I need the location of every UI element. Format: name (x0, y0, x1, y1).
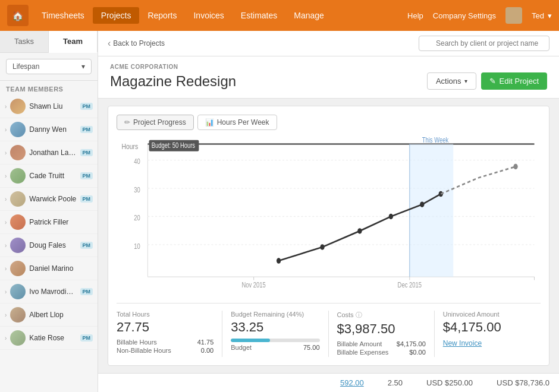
project-search-input[interactable] (419, 36, 549, 51)
bottom-link-value[interactable]: 592.00 (340, 378, 364, 387)
stat-costs: Costs ⓘ $3,987.50 Billable Amount $4,175… (329, 311, 435, 357)
costs-label: Costs ⓘ (337, 311, 426, 320)
breadcrumb-bar: Back to Projects (98, 31, 559, 56)
nav-avatar (505, 7, 522, 24)
avatar (10, 191, 26, 207)
billable-amount-detail: Billable Amount $4,175.00 (337, 340, 426, 347)
member-name: Patrick Filler (29, 218, 93, 226)
list-item[interactable]: ›Shawn LiuPM (0, 95, 98, 118)
list-item[interactable]: ›Danny WenPM (0, 118, 98, 141)
nav-timesheets[interactable]: Timesheets (33, 7, 93, 24)
tab-tasks[interactable]: Tasks (0, 31, 49, 52)
new-invoice-link[interactable]: New Invoice (443, 339, 482, 347)
pm-badge: PM (80, 172, 93, 179)
chart-tab-hours[interactable]: 📊 Hours Per Week (197, 115, 277, 130)
member-name: Doug Fales (29, 241, 76, 249)
member-name: Shawn Liu (29, 102, 76, 110)
svg-point-25 (389, 214, 393, 219)
member-name: Daniel Marino (29, 264, 93, 273)
svg-rect-14 (410, 144, 453, 277)
svg-point-26 (420, 201, 424, 207)
member-name: Danny Wen (29, 125, 76, 134)
chevron-right-icon: › (5, 335, 7, 342)
pencil-icon: ✏ (124, 118, 130, 127)
avatar (10, 99, 26, 114)
list-item[interactable]: ›Patrick Filler (0, 211, 98, 234)
pm-badge: PM (80, 195, 93, 203)
pm-badge: PM (80, 149, 93, 156)
svg-text:40: 40 (134, 157, 140, 165)
non-billable-hours-detail: Non-Billable Hours 0.00 (117, 347, 213, 354)
sidebar: Tasks Team Lifespan Team Members ›Shawn … (0, 31, 98, 392)
budget-remaining-label: Budget Remaining (44%) (231, 311, 319, 318)
svg-point-22 (277, 258, 281, 263)
nav-manage[interactable]: Manage (285, 7, 332, 24)
chevron-right-icon: › (5, 173, 7, 179)
stat-budget-remaining: Budget Remaining (44%) 33.25 Budget 75.0… (222, 311, 328, 357)
chart-section: ✏ Project Progress 📊 Hours Per Week Hour… (108, 106, 549, 366)
pm-badge: PM (80, 126, 93, 133)
list-item[interactable]: ›Cade TruittPM (0, 165, 98, 188)
list-item[interactable]: ›Daniel Marino (0, 257, 98, 280)
uninvoiced-value: $4,175.00 (443, 320, 532, 335)
costs-info-icon[interactable]: ⓘ (356, 311, 362, 318)
svg-text:Nov 2015: Nov 2015 (241, 281, 265, 289)
avatar (10, 214, 26, 230)
budget-progress-bar (231, 339, 319, 342)
team-members-header: Team Members (0, 81, 98, 95)
chevron-right-icon: › (5, 196, 7, 203)
chevron-right-icon: › (5, 127, 7, 133)
project-header: ACME CORPORATION Magazine Redesign Actio… (98, 56, 559, 99)
avatar (10, 145, 26, 160)
nav-reports[interactable]: Reports (139, 7, 185, 24)
avatar (10, 261, 26, 276)
nav-help[interactable]: Help (407, 11, 423, 20)
pm-badge: PM (80, 334, 93, 342)
main-content: Back to Projects ACME CORPORATION Magazi… (98, 31, 559, 392)
list-item[interactable]: ›Albert Llop (0, 304, 98, 327)
chevron-right-icon: › (5, 219, 7, 226)
nav-projects[interactable]: Projects (93, 7, 140, 24)
member-name: Warwick Poole (29, 195, 76, 203)
actions-button[interactable]: Actions (427, 72, 476, 90)
filter-button[interactable]: Lifespan (6, 59, 92, 74)
list-item[interactable]: ›Warwick PoolePM (0, 188, 98, 211)
budget-remaining-value: 33.25 (231, 320, 319, 335)
svg-text:30: 30 (134, 186, 140, 194)
nav-invoices[interactable]: Invoices (185, 7, 232, 24)
svg-point-24 (357, 228, 362, 233)
member-name: Ivo Mavrodinov (29, 287, 76, 296)
chevron-right-icon: › (5, 265, 7, 272)
chevron-right-icon: › (5, 103, 7, 110)
nav-estimates[interactable]: Estimates (233, 7, 285, 24)
back-to-projects-link[interactable]: Back to Projects (108, 38, 165, 49)
avatar (10, 307, 26, 323)
svg-text:20: 20 (134, 214, 140, 222)
list-item[interactable]: ›Doug FalesPM (0, 234, 98, 257)
member-name: Albert Llop (29, 311, 93, 319)
chart-area: Hours 10 20 30 40 (117, 136, 541, 297)
chevron-right-icon: › (5, 242, 7, 249)
member-name: Katie Rose (29, 334, 76, 342)
svg-text:Hours: Hours (121, 141, 138, 151)
nav-user-menu[interactable]: Ted ▾ (532, 11, 552, 20)
svg-text:This Week: This Week (422, 136, 449, 144)
avatar (10, 330, 26, 346)
list-item[interactable]: ›Katie RosePM (0, 327, 98, 350)
list-item[interactable]: ›Jonathan LanePM (0, 141, 98, 165)
billable-hours-detail: Billable Hours 41.75 (117, 339, 213, 346)
home-button[interactable]: 🏠 (7, 5, 29, 26)
uninvoiced-label: Uninvoiced Amount (443, 311, 532, 318)
stat-uninvoiced: Uninvoiced Amount $4,175.00 New Invoice (435, 311, 541, 357)
avatar (10, 284, 26, 299)
project-actions: Actions Edit Project (427, 72, 547, 90)
chart-tab-progress[interactable]: ✏ Project Progress (117, 115, 194, 130)
edit-project-button[interactable]: Edit Project (481, 72, 547, 90)
tab-team[interactable]: Team (49, 31, 98, 53)
svg-point-23 (320, 244, 324, 249)
svg-text:10: 10 (134, 242, 140, 250)
avatar (10, 168, 26, 184)
bar-chart-icon: 📊 (205, 118, 214, 127)
nav-company-settings[interactable]: Company Settings (433, 11, 496, 20)
list-item[interactable]: ›Ivo MavrodinovPM (0, 280, 98, 304)
